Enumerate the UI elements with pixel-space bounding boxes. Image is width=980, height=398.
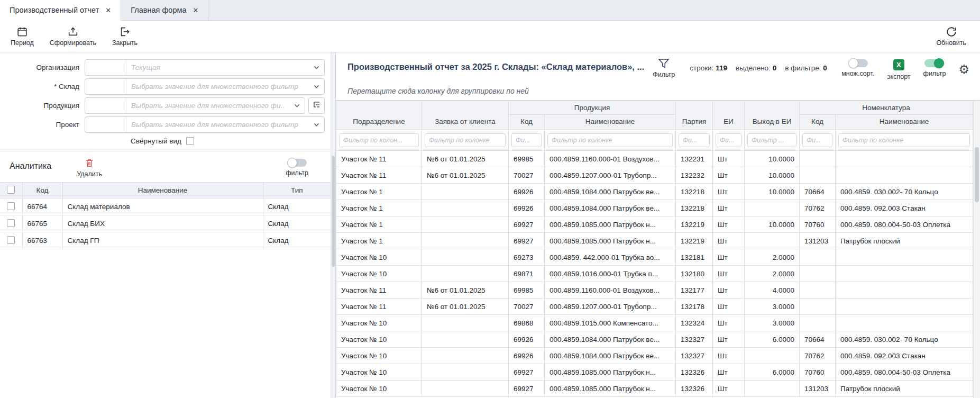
analytics-row[interactable]: 66764Склад материаловСклад — [0, 198, 331, 215]
grid-cell[interactable]: 000.4859.1085.000 Патрубок н... — [545, 216, 676, 233]
grid-cell[interactable]: №6 от 01.01.2025 — [422, 151, 509, 167]
grid-cell[interactable]: Шт — [713, 331, 745, 348]
period-button[interactable]: Период — [5, 24, 39, 48]
analytics-row[interactable]: 66763Склад ГПСклад — [0, 232, 331, 249]
tab-production-report[interactable]: Производственный отчет ✕ — [0, 0, 121, 21]
grid-cell[interactable]: 000.4859. 080.004-50-03 Оплетка — [836, 364, 973, 381]
grid-cell[interactable]: 132326 — [676, 364, 713, 381]
grid-cell[interactable]: Участок № 1 — [336, 200, 422, 216]
grid-cell[interactable]: 70760 — [800, 364, 836, 381]
grid-cell[interactable]: Участок № 10 — [336, 266, 422, 282]
grid-cell[interactable]: 10.0000 — [745, 151, 800, 167]
col-division[interactable]: Подразделение — [336, 101, 422, 130]
grid-cell[interactable]: 000.4859.1084.000 Патрубок ве... — [545, 348, 676, 364]
grid-cell[interactable]: 6.0000 — [745, 331, 800, 348]
grid-cell[interactable]: 10.0000 — [745, 167, 800, 184]
grid-cell[interactable]: 70760 — [800, 216, 836, 233]
grid-cell[interactable]: 70027 — [509, 167, 545, 184]
grid-cell[interactable]: 69985 — [509, 282, 545, 298]
col-output[interactable]: Выход в ЕИ — [745, 101, 800, 130]
grid-cell[interactable] — [836, 167, 973, 184]
analytics-cell[interactable]: 66764 — [22, 198, 62, 215]
grid-cell[interactable]: 132231 — [676, 151, 713, 167]
grid-cell[interactable] — [836, 266, 973, 282]
grid-cell[interactable]: №6 от 01.01.2025 — [422, 167, 509, 184]
grid-row[interactable]: Участок № 11№6 от 01.01.202569985000.485… — [336, 151, 973, 167]
grid-row[interactable]: Участок № 169926000.4859.1084.000 Патруб… — [336, 200, 973, 216]
grid-cell[interactable]: 10.0000 — [745, 184, 800, 200]
group-nomenclature[interactable]: Номенклатура — [800, 101, 973, 115]
column-filter-input[interactable] — [838, 133, 970, 147]
project-field[interactable] — [85, 116, 325, 133]
delete-button[interactable]: Удалить — [77, 157, 102, 178]
grid-cell[interactable] — [800, 249, 836, 266]
grid-cell[interactable]: Шт — [713, 282, 745, 298]
grid-cell[interactable] — [745, 381, 800, 397]
grid-cell[interactable]: Участок № 11 — [336, 151, 422, 167]
grid-cell[interactable] — [836, 282, 973, 298]
grid-cell[interactable]: 132218 — [676, 200, 713, 216]
grid-cell[interactable]: 132326 — [676, 381, 713, 397]
analytics-col-code[interactable]: Код — [22, 183, 62, 198]
tab-close-icon[interactable]: ✕ — [105, 6, 111, 14]
row-checkbox[interactable] — [7, 219, 15, 227]
col-unit[interactable]: ЕИ — [713, 101, 745, 130]
grid-cell[interactable]: 69273 — [509, 249, 545, 266]
grid-cell[interactable]: 000.4859.1084.000 Патрубок ве... — [545, 331, 676, 348]
close-button[interactable]: Закрыть — [107, 24, 143, 48]
grid-cell[interactable]: 69927 — [509, 364, 545, 381]
analytics-col-name[interactable]: Наименование — [62, 183, 263, 198]
grid-cell[interactable]: 70664 — [800, 184, 836, 200]
organization-code-subfield[interactable] — [85, 60, 126, 75]
chevron-down-icon[interactable] — [289, 98, 305, 113]
grid-cell[interactable]: 000.4859. 442.000-01 Трубка во... — [545, 249, 676, 266]
grid-cell[interactable]: Шт — [713, 298, 745, 315]
grid-cell[interactable]: 132327 — [676, 348, 713, 364]
grid-cell[interactable] — [422, 249, 509, 266]
grid-cell[interactable]: 131203 — [800, 233, 836, 249]
refresh-button[interactable]: Обновить — [931, 24, 972, 48]
analytics-cell[interactable]: Склад материалов — [62, 198, 263, 215]
grid-cell[interactable]: Шт — [713, 233, 745, 249]
grid-cell[interactable]: 69926 — [509, 331, 545, 348]
warehouse-input[interactable] — [126, 79, 308, 94]
grid-cell[interactable]: 000.4859. 080.004-50-03 Оплетка — [836, 216, 973, 233]
grid-cell[interactable] — [800, 298, 836, 315]
grid-cell[interactable] — [422, 364, 509, 381]
grid-cell[interactable]: 70027 — [509, 298, 545, 315]
grid-cell[interactable]: Участок № 10 — [336, 249, 422, 266]
col-client-order[interactable]: Заявка от клиента — [422, 101, 509, 130]
col-product-code[interactable]: Код — [509, 115, 545, 130]
grid-cell[interactable]: 69926 — [509, 200, 545, 216]
grid-cell[interactable]: 000.4859.1085.000 Патрубок н... — [545, 364, 676, 381]
grid-cell[interactable]: Участок № 11 — [336, 298, 422, 315]
grid-cell[interactable]: 132327 — [676, 331, 713, 348]
grid-row[interactable]: Участок № 169927000.4859.1085.000 Патруб… — [336, 233, 973, 249]
grid-cell[interactable]: 69926 — [509, 184, 545, 200]
grid-cell[interactable]: 000.4859.1160.000-01 Воздухов... — [545, 282, 676, 298]
grid-row[interactable]: Участок № 1069871000.4859.1016.000-01 Тр… — [336, 266, 973, 282]
grid-row[interactable]: Участок № 11№6 от 01.01.202569985000.485… — [336, 282, 973, 298]
col-nomenclature-code[interactable]: Код — [800, 115, 836, 130]
grid-cell[interactable]: Участок № 10 — [336, 315, 422, 331]
grid-cell[interactable]: 000.4859.1084.000 Патрубок ве... — [545, 200, 676, 216]
tab-main-form[interactable]: Главная форма ✕ — [121, 0, 208, 20]
grid-cell[interactable]: Участок № 11 — [336, 167, 422, 184]
grid-row[interactable]: Участок № 169927000.4859.1085.000 Патруб… — [336, 216, 973, 233]
production-code-subfield[interactable] — [85, 98, 126, 113]
grid-cell[interactable]: 000.4859.1207.000-01 Трубопр... — [545, 167, 676, 184]
grid-cell[interactable]: 69927 — [509, 233, 545, 249]
grid-cell[interactable]: Шт — [713, 348, 745, 364]
grid-cell[interactable]: 3.0000 — [745, 315, 800, 331]
grid-cell[interactable]: 69868 — [509, 315, 545, 331]
grid-filter-toggle[interactable] — [924, 59, 944, 67]
column-filter-input[interactable] — [679, 133, 710, 147]
column-filter-input[interactable] — [747, 133, 796, 147]
chevron-down-icon[interactable] — [308, 79, 324, 94]
grid-row[interactable]: Участок № 1069273000.4859. 442.000-01 Тр… — [336, 249, 973, 266]
grid-cell[interactable]: Шт — [713, 216, 745, 233]
grid-cell[interactable]: 132181 — [676, 249, 713, 266]
grid-cell[interactable]: Патрубок плоский — [836, 381, 973, 397]
vertical-scrollbar[interactable] — [973, 101, 980, 398]
grid-cell[interactable]: 000.4859.1015.000 Компенсато... — [545, 315, 676, 331]
